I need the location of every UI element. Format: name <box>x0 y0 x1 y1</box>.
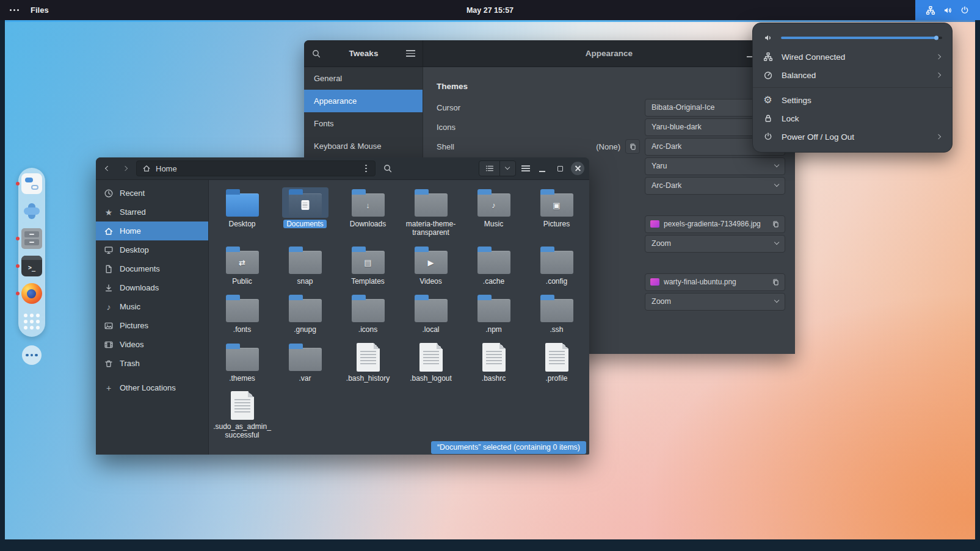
separator <box>753 87 952 88</box>
power-icon <box>960 5 970 15</box>
close-button[interactable] <box>571 162 584 175</box>
dock-item-firefox[interactable] <box>21 283 42 304</box>
file-item-fonts[interactable]: .fonts <box>211 289 274 337</box>
sidebar-item-pictures[interactable]: Pictures <box>96 316 208 335</box>
list-view-button[interactable] <box>479 161 500 176</box>
file-item-bash-history[interactable]: .bash_history <box>336 338 399 386</box>
back-button[interactable] <box>101 161 114 176</box>
file-item-icons[interactable]: .icons <box>336 289 399 337</box>
activities-button[interactable] <box>8 6 21 14</box>
menu-icon[interactable] <box>406 48 415 58</box>
network-icon <box>926 5 935 15</box>
file-item-public[interactable]: ⇄Public <box>211 241 274 289</box>
lockscreen-adjustment-dropdown[interactable]: Zoom <box>645 293 785 311</box>
maximize-icon <box>557 166 563 171</box>
file-item-config[interactable]: .config <box>525 241 588 289</box>
gear-icon: ⚙ <box>763 95 773 105</box>
tweaks-sidebar-appearance[interactable]: Appearance <box>304 90 423 112</box>
sidebar-item-recent[interactable]: Recent <box>96 184 208 203</box>
kebab-menu-icon[interactable] <box>363 164 369 174</box>
dock-item-files[interactable] <box>21 228 42 249</box>
dock-item-tweaks[interactable] <box>21 173 42 194</box>
file-item-local[interactable]: .local <box>399 289 462 337</box>
dock-item-software[interactable] <box>21 201 42 221</box>
file-item-documents[interactable]: Documents <box>274 184 336 241</box>
file-item-pictures[interactable]: ▣Pictures <box>525 184 588 241</box>
text-file-icon <box>534 342 580 372</box>
sidebar-item-starred[interactable]: ★Starred <box>96 203 208 221</box>
sidebar-item-videos[interactable]: Videos <box>96 335 208 354</box>
background-image-button[interactable]: pexels-gradienta-7134986.jpg <box>645 215 785 233</box>
dock-item-terminal[interactable]: >_ <box>21 256 42 276</box>
menu-item-power-off-log-out[interactable]: Power Off / Log Out <box>753 128 952 146</box>
sidebar-item-documents[interactable]: Documents <box>96 259 208 278</box>
sidebar-item-label: Downloads <box>120 283 159 292</box>
file-name: .var <box>299 374 311 383</box>
clock[interactable]: May 27 15:57 <box>466 6 514 15</box>
file-name: .npm <box>485 325 502 334</box>
window-menu-button[interactable] <box>520 163 531 174</box>
file-item-music[interactable]: ♪Music <box>462 184 525 241</box>
file-item-cache[interactable]: .cache <box>462 241 525 289</box>
focused-app-name[interactable]: Files <box>31 5 49 15</box>
sidebar-item-label: Music <box>120 302 140 311</box>
search-button[interactable] <box>380 160 396 176</box>
sidebar-item-desktop[interactable]: Desktop <box>96 240 208 259</box>
minimize-button[interactable] <box>535 162 549 175</box>
image-thumbnail-icon <box>650 278 659 286</box>
clipboard-icon[interactable] <box>625 139 640 154</box>
sidebar-item-home[interactable]: Home <box>96 221 208 240</box>
volume-slider[interactable] <box>781 37 942 39</box>
dock-more-button[interactable] <box>22 345 42 365</box>
sidebar-item-other-locations[interactable]: +Other Locations <box>96 378 208 397</box>
file-item-bash-logout[interactable]: .bash_logout <box>399 338 462 386</box>
file-item-gnupg[interactable]: .gnupg <box>274 289 336 337</box>
menu-item-wired-connected[interactable]: Wired Connected <box>753 48 952 66</box>
sidebar-item-trash[interactable]: Trash <box>96 354 208 373</box>
view-toggle <box>479 160 516 176</box>
file-item-snap[interactable]: snap <box>274 241 336 289</box>
sound-theme-dropdown[interactable]: Yaru <box>645 157 785 175</box>
file-name: Desktop <box>228 220 255 228</box>
file-item-videos[interactable]: ▶Videos <box>399 241 462 289</box>
file-item-npm[interactable]: .npm <box>462 289 525 337</box>
tweaks-sidebar-fonts[interactable]: Fonts <box>304 112 423 135</box>
file-item-desktop[interactable]: Desktop <box>211 184 274 241</box>
menu-item-settings[interactable]: ⚙Settings <box>753 91 952 109</box>
view-options-button[interactable] <box>500 161 515 176</box>
file-name: Documents <box>283 220 327 228</box>
text-file-icon <box>345 342 391 372</box>
file-item-ssh[interactable]: .ssh <box>525 289 588 337</box>
search-icon[interactable] <box>311 49 321 59</box>
file-item-downloads[interactable]: ↓Downloads <box>336 184 399 241</box>
file-item-var[interactable]: .var <box>274 338 336 386</box>
text-file-icon <box>471 342 517 372</box>
lockscreen-image-button[interactable]: warty-final-ubuntu.png <box>645 273 785 291</box>
forward-button[interactable] <box>118 161 132 176</box>
system-menu-items: Wired ConnectedBalanced⚙SettingsLockPowe… <box>753 48 952 146</box>
tweaks-sidebar-general[interactable]: General <box>304 67 423 90</box>
menu-item-lock[interactable]: Lock <box>753 109 952 128</box>
background-adjustment-dropdown[interactable]: Zoom <box>645 235 785 253</box>
file-picker-icon[interactable] <box>772 278 780 286</box>
path-bar[interactable]: Home <box>136 160 376 176</box>
file-item-materia-theme-transparent[interactable]: materia-theme-transparent <box>399 184 462 241</box>
file-item-themes[interactable]: .themes <box>211 338 274 386</box>
dock-item-app-grid[interactable] <box>21 311 42 331</box>
software-app-icon <box>21 201 42 221</box>
file-item-bashrc[interactable]: .bashrc <box>462 338 525 386</box>
system-tray[interactable] <box>915 0 980 20</box>
home-icon <box>104 226 114 236</box>
sidebar-item-music[interactable]: ♪Music <box>96 297 208 316</box>
sidebar-item-downloads[interactable]: Downloads <box>96 278 208 297</box>
file-name: .gnupg <box>294 325 316 334</box>
file-item-sudo-as-admin-successful[interactable]: .sudo_as_admin_successful <box>211 386 274 444</box>
chevron-down-icon <box>774 298 780 303</box>
file-item-profile[interactable]: .profile <box>525 338 588 386</box>
file-item-templates[interactable]: ▤Templates <box>336 241 399 289</box>
maximize-button[interactable] <box>553 162 567 175</box>
tweaks-sidebar-keyboard-mouse[interactable]: Keyboard & Mouse <box>304 135 423 157</box>
file-picker-icon[interactable] <box>772 220 780 228</box>
legacy-theme-dropdown[interactable]: Arc-Dark <box>645 177 785 195</box>
menu-item-balanced[interactable]: Balanced <box>753 66 952 84</box>
